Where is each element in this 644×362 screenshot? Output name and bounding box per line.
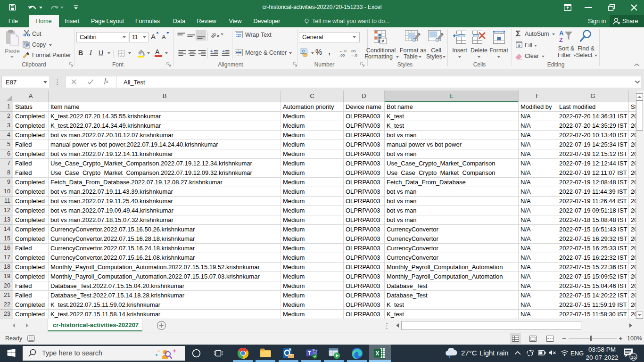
svg-text:T: T	[308, 350, 311, 356]
svg-text:ab: ab	[211, 31, 217, 39]
svg-text:→.0: →.0	[350, 53, 357, 57]
svg-text:X: X	[375, 350, 380, 357]
svg-text:←.0: ←.0	[339, 49, 347, 53]
svg-text:.00: .00	[339, 53, 345, 57]
svg-text:≠: ≠	[381, 38, 384, 44]
svg-text:A: A	[559, 30, 564, 37]
svg-text:.00: .00	[350, 49, 356, 53]
svg-text:Z: Z	[559, 36, 563, 42]
svg-text:15: 15	[631, 354, 636, 360]
